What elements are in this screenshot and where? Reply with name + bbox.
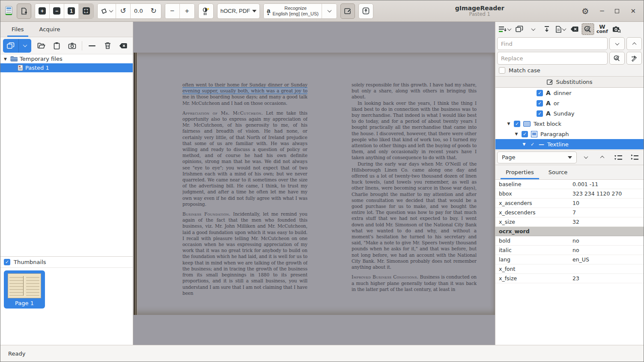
property-row[interactable]: italicno — [495, 246, 644, 255]
property-row[interactable]: boldno — [495, 236, 644, 246]
collapse-all-button[interactable] — [627, 151, 642, 163]
expand-all-button[interactable] — [611, 151, 626, 163]
rotate-right-button[interactable]: ↻ — [146, 4, 161, 18]
plus-icon: + — [185, 7, 189, 15]
word-row[interactable]: ✓ASunday — [495, 108, 644, 119]
page-selector-label: Page — [502, 154, 515, 160]
thumbnail-page-1[interactable]: Page 1 — [4, 270, 45, 309]
recognize-group: a▼ Recognize English [eng] (en_US) — [263, 3, 337, 19]
property-row[interactable]: bbox323 234 1120 270 — [495, 189, 644, 199]
word-row[interactable]: ✓Aor — [495, 98, 644, 108]
output-format-button[interactable]: hOCR, PDF — [217, 3, 260, 19]
find-replace-toggle-button[interactable] — [581, 23, 594, 35]
property-row[interactable]: langen_US — [495, 255, 644, 264]
increment-button[interactable]: + — [180, 4, 194, 18]
substitutions-button[interactable]: Substitutions — [495, 76, 644, 88]
zoom-original-button[interactable]: 1 — [64, 4, 79, 18]
rotate-mode-button[interactable] — [98, 4, 116, 18]
screenshot-button[interactable] — [66, 40, 78, 51]
selected-text-line[interactable]: evening supper, usually both, which was … — [182, 88, 307, 94]
word-confidence-button[interactable]: Wconf — [595, 23, 609, 35]
preview-button[interactable] — [610, 23, 623, 35]
replace-all-button[interactable] — [626, 52, 642, 65]
expander-icon[interactable]: ▼ — [507, 122, 511, 126]
find-next-button[interactable] — [609, 37, 625, 50]
open-folder-button[interactable] — [36, 40, 47, 51]
image-controls-button[interactable] — [198, 3, 214, 19]
recognize-button[interactable]: a▼ Recognize English [eng] (en_US) — [264, 4, 322, 18]
minus-icon: − — [170, 7, 174, 15]
statusbar: Ready — [0, 345, 644, 362]
scanned-book-image[interactable]: often went to their home for Sunday dinn… — [133, 53, 495, 315]
open-output-button[interactable] — [513, 23, 526, 35]
text-line: Mr. McCutcheon and I had on those occasi… — [182, 100, 307, 106]
export-icon — [362, 7, 370, 15]
settings-button[interactable]: ⚙ — [581, 6, 589, 16]
add-images-split-button[interactable] — [3, 39, 31, 53]
zoom-out-button[interactable]: − — [50, 4, 64, 18]
rotation-value[interactable]: 0.0 — [131, 4, 146, 18]
find-input[interactable] — [497, 37, 608, 50]
minimize-button[interactable]: ─ — [600, 7, 604, 15]
match-case-row: Match case — [495, 65, 644, 75]
tab-source[interactable]: Source — [543, 165, 574, 179]
save-output-button[interactable] — [554, 23, 567, 35]
delete-source-button[interactable] — [102, 40, 113, 51]
clear-sources-button[interactable] — [117, 40, 128, 51]
property-row[interactable]: baseline0.001 -11 — [495, 180, 644, 189]
image-canvas[interactable]: often went to their home for Sunday dinn… — [133, 22, 495, 345]
remove-source-button[interactable] — [86, 40, 98, 51]
sources-sidebar: Files Acquire — [0, 22, 133, 345]
recognize-menu-button[interactable] — [322, 4, 337, 18]
tree-folder-row[interactable]: ▼ Temporary files — [0, 54, 133, 63]
insert-mode-button[interactable] — [497, 23, 512, 35]
section-body: Incidentally, let me remind you again of… — [182, 211, 307, 296]
tab-acquire[interactable]: Acquire — [33, 22, 66, 37]
add-images-menu-button[interactable] — [18, 39, 31, 53]
window-title: gImageReader Pasted 1 — [381, 5, 578, 17]
match-case-checkbox[interactable] — [499, 67, 505, 74]
thumbnail-caption: Page 1 — [15, 300, 34, 306]
tree-file-row[interactable]: Pasted 1 — [0, 63, 133, 72]
file-tree: ▼ Temporary files Pasted 1 — [0, 54, 133, 72]
replace-input[interactable] — [497, 52, 608, 65]
textline-icon: — — [539, 141, 544, 148]
expander-icon[interactable]: ▼ — [514, 132, 519, 136]
word-row[interactable]: ✓Adinner — [495, 88, 644, 98]
add-page-button[interactable] — [17, 3, 31, 19]
expander-icon[interactable]: ▼ — [4, 57, 8, 61]
sidebar-tabs: Files Acquire — [0, 22, 133, 37]
clear-output-button[interactable] — [568, 23, 581, 35]
textline-row[interactable]: ▼✓—Textline — [495, 139, 644, 149]
maximize-button[interactable] — [615, 9, 619, 13]
export-button[interactable] — [358, 3, 373, 19]
property-row[interactable]: x_descenders7 — [495, 208, 644, 217]
toggle-output-pane-button[interactable] — [340, 3, 355, 19]
tree-file-label: Pasted 1 — [25, 65, 49, 71]
text-block-row[interactable]: ▼✓Text block — [495, 119, 644, 129]
tab-properties[interactable]: Properties — [500, 165, 540, 179]
navigate-next-button[interactable] — [578, 151, 593, 163]
paragraph-row[interactable]: ▼✓Paragraph — [495, 129, 644, 139]
zoom-fit-button[interactable]: ⛶ — [79, 4, 93, 18]
decrement-button[interactable]: − — [165, 4, 180, 18]
navigate-previous-button[interactable] — [595, 151, 609, 163]
property-row[interactable]: x_fsize23 — [495, 274, 644, 283]
property-row[interactable]: x_font — [495, 264, 644, 274]
page-selector[interactable]: Page — [497, 151, 577, 163]
status-text: Ready — [8, 350, 25, 357]
close-button[interactable]: ✕ — [630, 7, 636, 15]
tab-files[interactable]: Files — [6, 22, 30, 37]
find-previous-button[interactable] — [626, 37, 642, 50]
thumbnails-checkbox[interactable]: ✓ — [4, 259, 10, 265]
replace-button[interactable] — [609, 52, 625, 65]
property-row[interactable]: x_ascenders10 — [495, 199, 644, 208]
import-button[interactable] — [540, 23, 553, 35]
zoom-in-button[interactable]: + — [35, 4, 50, 18]
paste-button[interactable] — [51, 40, 62, 51]
property-row[interactable]: x_size32 — [495, 217, 644, 227]
open-output-menu-button[interactable] — [527, 23, 540, 35]
expander-icon[interactable]: ▼ — [522, 142, 526, 146]
rotate-left-button[interactable]: ↺ — [116, 4, 131, 18]
add-images-button[interactable] — [3, 39, 18, 53]
